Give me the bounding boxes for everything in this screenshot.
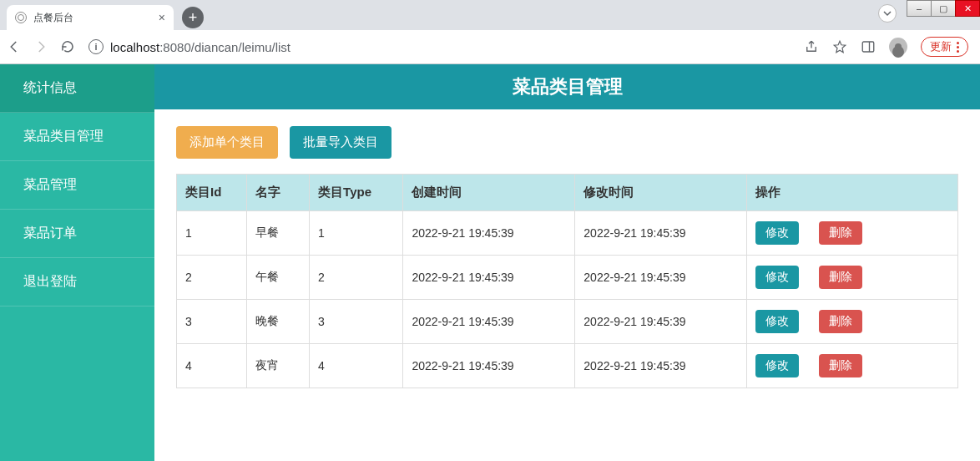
- page-title-text: 菜品类目管理: [513, 76, 623, 97]
- site-info-icon[interactable]: i: [88, 39, 104, 54]
- close-tab-icon[interactable]: ×: [159, 11, 165, 24]
- edit-button[interactable]: 修改: [755, 354, 799, 377]
- address-bar[interactable]: i localhost:8080/diancan/leimu/list: [83, 39, 796, 54]
- cell-ops: 修改删除: [747, 211, 958, 256]
- table-row: 3晚餐32022-9-21 19:45:392022-9-21 19:45:39…: [177, 300, 958, 344]
- browser-update-button[interactable]: 更新: [921, 37, 968, 57]
- table-row: 2午餐22022-9-21 19:45:392022-9-21 19:45:39…: [177, 256, 958, 300]
- side-panel-button[interactable]: [861, 39, 876, 54]
- toolbar-right-icons: 更新: [804, 37, 973, 57]
- col-ops: 操作: [747, 175, 958, 211]
- delete-button[interactable]: 删除: [819, 221, 862, 245]
- sidebar-item-orders[interactable]: 菜品订单: [0, 210, 154, 258]
- cell-modified: 2022-9-21 19:45:39: [575, 300, 747, 344]
- table-row: 1早餐12022-9-21 19:45:392022-9-21 19:45:39…: [177, 211, 958, 256]
- new-tab-button[interactable]: +: [182, 7, 204, 28]
- reload-button[interactable]: [60, 39, 75, 54]
- delete-button[interactable]: 删除: [819, 354, 862, 377]
- cell-name: 午餐: [247, 256, 310, 300]
- nav-icons: [7, 39, 75, 54]
- cell-created: 2022-9-21 19:45:39: [403, 211, 575, 256]
- button-label: 批量导入类目: [303, 134, 378, 149]
- cell-ops: 修改删除: [747, 256, 958, 300]
- tab-strip: 点餐后台 × +: [0, 0, 980, 30]
- sidebar-item-dish-manage[interactable]: 菜品管理: [0, 161, 154, 210]
- arrow-right-icon: [33, 39, 48, 54]
- url-text: localhost:8080/diancan/leimu/list: [110, 40, 290, 54]
- cell-created: 2022-9-21 19:45:39: [403, 300, 575, 344]
- sidebar-item-label: 菜品订单: [23, 225, 77, 240]
- cell-id: 2: [177, 256, 247, 300]
- page-title: 菜品类目管理: [154, 64, 980, 109]
- cell-type: 3: [310, 300, 403, 344]
- cell-ops: 修改删除: [747, 300, 958, 344]
- bulk-import-category-button[interactable]: 批量导入类目: [290, 126, 391, 159]
- sidebar-item-logout[interactable]: 退出登陆: [0, 258, 154, 306]
- edit-button[interactable]: 修改: [755, 310, 799, 333]
- cell-type: 1: [310, 211, 403, 256]
- table-row: 4夜宵42022-9-21 19:45:392022-9-21 19:45:39…: [177, 344, 958, 388]
- cell-type: 2: [310, 256, 403, 300]
- sidebar-item-category-manage[interactable]: 菜品类目管理: [0, 113, 154, 161]
- cell-modified: 2022-9-21 19:45:39: [575, 344, 747, 388]
- bookmark-button[interactable]: [832, 39, 847, 54]
- col-id: 类目Id: [177, 175, 247, 211]
- share-icon: [804, 39, 819, 54]
- sidebar-item-stats[interactable]: 统计信息: [0, 64, 154, 113]
- window-controls: – ▢ ✕: [907, 0, 980, 18]
- star-icon: [832, 39, 847, 54]
- browser-chrome: – ▢ ✕ 点餐后台 × + i localhost:808: [0, 0, 980, 64]
- window-maximize[interactable]: ▢: [931, 0, 956, 17]
- sidebar-item-label: 菜品管理: [23, 177, 77, 191]
- action-bar: 添加单个类目 批量导入类目: [176, 126, 958, 159]
- delete-button[interactable]: 删除: [819, 310, 862, 333]
- add-single-category-button[interactable]: 添加单个类目: [176, 126, 278, 159]
- cell-modified: 2022-9-21 19:45:39: [575, 211, 747, 256]
- window-close[interactable]: ✕: [955, 0, 980, 17]
- hidden-tabs-button[interactable]: [878, 4, 897, 23]
- chevron-down-icon: [883, 9, 892, 18]
- window-minimize[interactable]: –: [907, 0, 932, 17]
- cell-ops: 修改删除: [747, 344, 958, 388]
- main-content: 菜品类目管理 添加单个类目 批量导入类目 类目Id: [154, 64, 980, 461]
- edit-button[interactable]: 修改: [755, 266, 799, 289]
- reload-icon: [60, 39, 75, 54]
- globe-icon: [15, 12, 27, 23]
- browser-tab[interactable]: 点餐后台 ×: [7, 5, 174, 30]
- cell-id: 1: [177, 211, 247, 256]
- col-type: 类目Type: [310, 175, 403, 211]
- table-body: 1早餐12022-9-21 19:45:392022-9-21 19:45:39…: [177, 211, 958, 388]
- button-label: 添加单个类目: [189, 134, 265, 149]
- cell-type: 4: [310, 344, 403, 388]
- edit-button[interactable]: 修改: [755, 221, 799, 245]
- cell-modified: 2022-9-21 19:45:39: [575, 256, 747, 300]
- cell-name: 晚餐: [247, 300, 310, 344]
- share-button[interactable]: [804, 39, 819, 54]
- browser-toolbar: i localhost:8080/diancan/leimu/list 更新: [0, 30, 980, 63]
- col-name: 名字: [247, 175, 310, 211]
- sidebar-item-label: 退出登陆: [23, 274, 77, 288]
- cell-id: 3: [177, 300, 247, 344]
- table-header: 类目Id 名字 类目Type 创建时间 修改时间 操作: [177, 175, 958, 211]
- category-table: 类目Id 名字 类目Type 创建时间 修改时间 操作 1早餐12022-9-2…: [176, 174, 958, 388]
- cell-name: 早餐: [247, 211, 310, 256]
- sidebar-item-label: 统计信息: [23, 80, 77, 94]
- sidebar: 统计信息 菜品类目管理 菜品管理 菜品订单 退出登陆: [0, 64, 154, 461]
- sidebar-item-label: 菜品类目管理: [23, 129, 104, 143]
- cell-name: 夜宵: [247, 344, 310, 388]
- cell-id: 4: [177, 344, 247, 388]
- profile-avatar[interactable]: [889, 38, 907, 56]
- content-area: 添加单个类目 批量导入类目 类目Id 名字 类目Type 创建时间: [154, 109, 980, 405]
- col-created: 创建时间: [403, 175, 575, 211]
- tab-title: 点餐后台: [33, 11, 73, 25]
- forward-button[interactable]: [33, 39, 48, 54]
- col-modified: 修改时间: [575, 175, 747, 211]
- cell-created: 2022-9-21 19:45:39: [403, 256, 575, 300]
- kebab-icon: [957, 42, 959, 53]
- app-root: 统计信息 菜品类目管理 菜品管理 菜品订单 退出登陆 菜品类目管理 添加单个类目…: [0, 64, 980, 461]
- delete-button[interactable]: 删除: [819, 266, 862, 289]
- side-panel-icon: [861, 39, 876, 54]
- update-label: 更新: [930, 39, 952, 54]
- arrow-left-icon: [7, 39, 22, 54]
- back-button[interactable]: [7, 39, 22, 54]
